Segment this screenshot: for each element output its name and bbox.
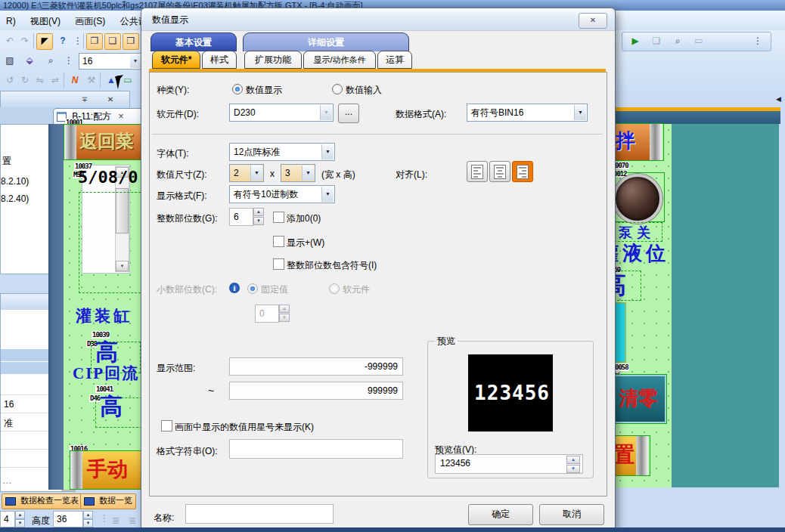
- tab-scroll-left-icon[interactable]: ◀: [776, 95, 781, 103]
- decimal-down-icon[interactable]: ▼: [279, 314, 290, 322]
- chevron-down-icon[interactable]: ▼: [321, 144, 334, 159]
- pointer-tool-icon[interactable]: ◤: [36, 33, 53, 50]
- height-value-box[interactable]: 36: [53, 511, 83, 527]
- show-plus-label[interactable]: 显示+(W): [287, 237, 324, 249]
- display-format-combobox[interactable]: 有符号10进制数 ▼: [229, 185, 335, 203]
- paint-bucket-icon[interactable]: ⬙: [21, 53, 38, 70]
- int-digits-up-icon[interactable]: ▲: [253, 208, 264, 216]
- return-menu-button[interactable]: 返回菜: [64, 125, 141, 159]
- simulator-tool-icon[interactable]: ⌕: [669, 33, 686, 50]
- data-list-tab[interactable]: 数据一览: [80, 493, 136, 509]
- tree-item[interactable]: 置: [2, 155, 11, 168]
- decimal-up-icon[interactable]: ▲: [279, 305, 290, 313]
- clear-zero-button[interactable]: 清零: [610, 375, 666, 423]
- dialog-close-button[interactable]: ✕: [579, 13, 607, 29]
- kind-input-label[interactable]: 数值输入: [346, 84, 382, 97]
- ok-button[interactable]: 确定: [468, 504, 533, 525]
- step-up-icon[interactable]: ▲: [15, 511, 25, 519]
- align-left-button[interactable]: [467, 161, 488, 182]
- data-format-combobox[interactable]: 有符号BIN16 ▼: [467, 104, 588, 122]
- tree-item[interactable]: 8.2.40): [1, 193, 29, 204]
- int-digits-down-icon[interactable]: ▼: [253, 217, 264, 225]
- date-display-object[interactable]: 5/08/0: [78, 168, 138, 187]
- flip-vertical-icon[interactable]: ⇌: [47, 73, 64, 89]
- hatch-pattern-icon[interactable]: ▨: [2, 53, 18, 70]
- asterisk-checkbox[interactable]: [161, 420, 172, 431]
- tab-trigger[interactable]: 显示/动作条件: [303, 51, 376, 69]
- undo-icon[interactable]: ↶: [2, 33, 18, 50]
- menu-item-r[interactable]: R): [0, 11, 22, 31]
- width-value-box[interactable]: 4: [0, 511, 15, 527]
- chevron-down-icon[interactable]: ▼: [320, 105, 332, 120]
- polyline-tool-icon[interactable]: N: [67, 73, 83, 89]
- width-stepper[interactable]: ▲ ▼: [15, 511, 25, 527]
- simulator-start-icon[interactable]: ▶: [627, 33, 644, 50]
- include-sign-label[interactable]: 整数部位数包含符号(I): [287, 259, 377, 272]
- preview-value-input[interactable]: 123456: [435, 454, 583, 474]
- menu-item-screen[interactable]: 画面(S): [69, 11, 111, 30]
- preview-up-icon[interactable]: ▲: [566, 456, 580, 464]
- pin-icon[interactable]: ∓: [78, 94, 92, 107]
- dialog-title-bar[interactable]: 数值显示: [141, 8, 615, 31]
- simulator-update-icon[interactable]: ❏: [648, 33, 665, 50]
- tab-close-icon[interactable]: ×: [118, 111, 123, 122]
- kind-display-radio[interactable]: [232, 84, 243, 94]
- redo-icon[interactable]: ↷: [17, 33, 33, 50]
- level-gauge-bar[interactable]: [614, 302, 626, 363]
- flip-horizontal-icon[interactable]: ⇋: [32, 73, 48, 89]
- tree-item[interactable]: 8.2.10): [1, 176, 29, 187]
- font-combobox[interactable]: 12点阵标准 ▼: [229, 143, 335, 161]
- tab-extended[interactable]: 扩展功能: [244, 51, 302, 69]
- add-zero-checkbox[interactable]: [273, 212, 284, 223]
- manual-mode-button[interactable]: 手动: [70, 451, 141, 489]
- zoom-preview-icon[interactable]: ⌕: [42, 53, 59, 70]
- align-center-button[interactable]: [489, 161, 510, 182]
- kind-display-label[interactable]: 数值显示: [246, 84, 282, 97]
- menu-item-view[interactable]: 视图(V): [24, 11, 67, 30]
- height-stepper[interactable]: ▲ ▼: [83, 511, 93, 527]
- chevron-down-icon[interactable]: ▼: [250, 165, 262, 181]
- decimal-value[interactable]: 0: [255, 305, 279, 323]
- rotate-left-icon[interactable]: ↺: [2, 73, 18, 89]
- preview-down-icon[interactable]: ▼: [566, 465, 580, 473]
- tank-text-object[interactable]: 灌装缸: [76, 305, 132, 326]
- simulator-stop-icon[interactable]: ▭: [690, 33, 707, 50]
- chevron-down-icon[interactable]: ▼: [302, 165, 314, 181]
- step-down-icon[interactable]: ▼: [83, 519, 93, 527]
- numeric-display-dialog[interactable]: 数值显示 ✕ 基本设置 软元件* 样式 详细设置 扩展功能 显示/动作条件 运算…: [141, 8, 616, 529]
- pump-off-text[interactable]: 泵关: [619, 224, 655, 242]
- font-size-combobox[interactable]: 16 ▼: [79, 53, 142, 70]
- kind-input-radio[interactable]: [332, 84, 343, 94]
- cip-text-object[interactable]: CIP回流: [73, 363, 139, 384]
- asterisk-label[interactable]: 画面中显示的数值用星号来显示(K): [175, 421, 314, 434]
- size-width-combobox[interactable]: 2 ▼: [229, 164, 264, 182]
- decimal-device-radio[interactable]: [329, 283, 340, 294]
- toolbar-overflow-icon[interactable]: ⋮: [61, 53, 77, 70]
- tools-icon[interactable]: ⚒: [83, 73, 100, 89]
- window-overlap-icon[interactable]: ❏: [104, 33, 121, 50]
- cancel-button[interactable]: 取消: [539, 504, 604, 525]
- align-right-button[interactable]: [512, 161, 533, 182]
- data-check-list-tab[interactable]: 数据检查一览表: [2, 493, 82, 509]
- project-tree-panel[interactable]: 置 8.2.10) 8.2.40): [0, 107, 51, 274]
- pump-round-button[interactable]: [610, 173, 664, 221]
- format-string-input[interactable]: [229, 439, 403, 459]
- name-input[interactable]: [185, 504, 334, 524]
- device-browse-button[interactable]: ...: [338, 104, 359, 123]
- int-digits-value[interactable]: 6: [229, 208, 253, 226]
- decimal-fixed-radio[interactable]: [247, 283, 258, 294]
- step-down-icon[interactable]: ▼: [15, 519, 25, 527]
- window-settings-icon[interactable]: ❒: [123, 33, 139, 50]
- size-height-combobox[interactable]: 3 ▼: [281, 164, 315, 182]
- chevron-down-icon[interactable]: ▼: [321, 187, 334, 202]
- window-copy-icon[interactable]: ❐: [86, 33, 103, 50]
- close-icon[interactable]: ✕: [104, 94, 117, 107]
- toolbar-overflow-icon[interactable]: ⋮: [749, 33, 766, 50]
- device-combobox[interactable]: D230 ▼: [229, 104, 334, 122]
- tab-device[interactable]: 软元件*: [152, 51, 200, 69]
- tab-operation[interactable]: 运算: [377, 51, 412, 69]
- high-lamp-text[interactable]: 高: [100, 391, 123, 422]
- show-plus-checkbox[interactable]: [273, 236, 284, 247]
- step-up-icon[interactable]: ▲: [83, 511, 93, 519]
- tab-style[interactable]: 样式: [202, 51, 237, 69]
